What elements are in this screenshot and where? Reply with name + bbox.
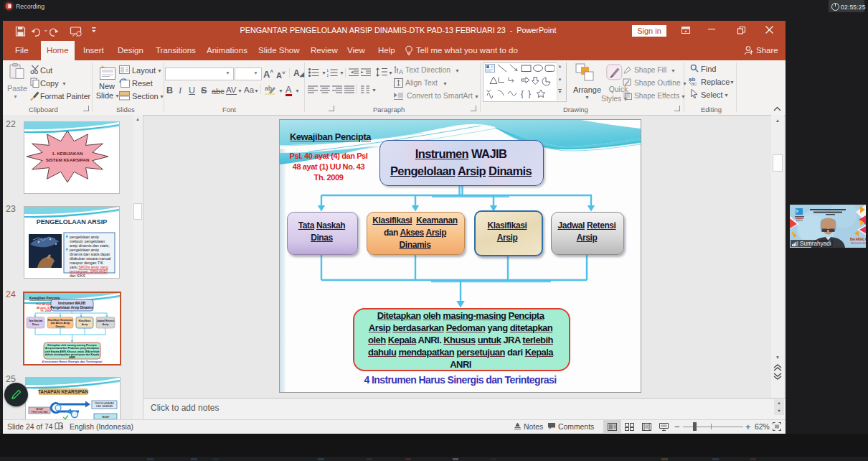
svg-text:ac: ac [691, 80, 697, 85]
svg-text:SISTEM KEARSIPAN: SISTEM KEARSIPAN [46, 157, 90, 162]
svg-text:dan SIKS: dan SIKS [70, 274, 85, 278]
svg-text:TAHAP: TAHAP [101, 416, 110, 419]
svg-text:BerAKHLAK: BerAKHLAK [850, 238, 866, 241]
svg-text:Arsip: Arsip [103, 323, 109, 326]
svg-text:1: 1 [327, 68, 329, 73]
svg-text:A: A [399, 68, 403, 75]
svg-text:dan Akses Arsip: dan Akses Arsip [51, 322, 70, 325]
svg-text:TAHAPAN KEARSIPAN: TAHAPAN KEARSIPAN [38, 389, 89, 394]
svg-text:Jadwal Retensi: Jadwal Retensi [97, 320, 115, 322]
svg-text:DAN LAYANAN: DAN LAYANAN [96, 405, 113, 408]
svg-text:1. KEBIJAKAN: 1. KEBIJAKAN [52, 151, 84, 156]
svg-text:BANGGA MELAYANI BANGSA: BANGGA MELAYANI BANGSA [851, 242, 866, 245]
svg-text:{: { [521, 89, 524, 98]
svg-text:PENYUSUTAN: PENYUSUTAN [32, 411, 48, 414]
svg-text:Th. 2009: Th. 2009 [40, 309, 51, 312]
svg-text:Tata Naskah: Tata Naskah [29, 320, 43, 322]
svg-text:Klasifikasi: Klasifikasi [79, 320, 91, 322]
svg-text:}: } [528, 89, 531, 98]
svg-text:PENGELOLAAN ARSIP: PENGELOLAAN ARSIP [37, 218, 108, 225]
svg-text:Instrumen WAJIB: Instrumen WAJIB [58, 302, 86, 305]
svg-text:Arsip: Arsip [82, 323, 88, 326]
svg-text:Pengelolaan Arsip Dinamis: Pengelolaan Arsip Dinamis [50, 306, 93, 309]
svg-text:Dinas: Dinas [32, 323, 39, 326]
svg-text:Dinamis: Dinamis [55, 325, 65, 328]
svg-text:4 Instrumen Harus Sinergis dan: 4 Instrumen Harus Sinergis dan Terintegr… [42, 360, 103, 363]
svg-text:ANRI: ANRI [69, 356, 75, 359]
svg-text:Klasifikasi Keamanan: Klasifikasi Keamanan [48, 319, 73, 322]
svg-text:2: 2 [327, 73, 329, 77]
